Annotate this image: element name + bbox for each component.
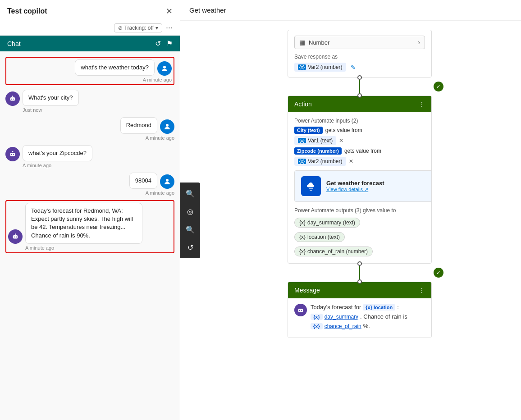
more-options-button[interactable]: ···	[166, 23, 173, 32]
message-line-3: {x} chance_of_rain %.	[311, 323, 407, 329]
message-row-3: Redmond A minute ago	[5, 117, 174, 140]
right-header: Get weather	[180, 0, 521, 21]
number-node-card: ▦ Number › Save response as {x} Var2 (nu…	[288, 30, 432, 78]
bubble-4: what's your Zipcocde?	[23, 145, 92, 161]
weather-block-title: Get weather forecast	[326, 180, 432, 187]
location-badge: {x} location (text)	[294, 232, 345, 242]
weather-block-text: Get weather forecast View flow details ↗	[326, 180, 432, 192]
var2-remove-button[interactable]: ✕	[349, 158, 353, 164]
city-badge: City (text)	[294, 127, 323, 134]
message-line-2: {x} day_summary . Chance of rain is	[311, 313, 407, 320]
user-avatar-3	[160, 119, 174, 134]
msg-time-2: Just now	[23, 107, 42, 113]
message-row-1: what's the weather today? A minute ago	[5, 57, 174, 85]
msg-inner-6: Today's forecast for Redmond, WA: Expect…	[8, 203, 142, 244]
user-avatar-1	[157, 61, 172, 76]
output-1-label: location (text)	[307, 234, 340, 240]
tracking-toggle[interactable]: ⊘ Tracking: off ▾	[114, 23, 162, 32]
bubble-5: 98004	[129, 173, 157, 189]
inputs-label: Power Automate inputs (2)	[294, 118, 425, 124]
message-bot-avatar	[294, 304, 307, 316]
zoom-in-button[interactable]: 🔍	[182, 185, 198, 201]
connector-1: ✓	[288, 78, 432, 96]
number-node-inner: ▦ Number › Save response as {x} Var2 (nu…	[288, 30, 431, 77]
msg-time-4: A minute ago	[23, 163, 51, 168]
close-button[interactable]: ✕	[166, 6, 173, 16]
output-0-label: day_summary (text)	[307, 219, 355, 226]
reset-zoom-button[interactable]: ↺	[182, 239, 198, 256]
connector-line-1	[359, 78, 360, 96]
action-node-menu[interactable]: ⋮	[419, 100, 425, 108]
msg-line1-pre: Today's forecast for	[311, 304, 361, 310]
msg-text-4: what's your Zipcocde?	[28, 150, 87, 156]
var1-remove-button[interactable]: ✕	[339, 137, 343, 144]
msg-text-6: Today's forecast for Redmond, WA: Expect…	[31, 207, 133, 239]
flag-icon[interactable]: ⚑	[166, 39, 173, 48]
svg-point-0	[163, 66, 166, 68]
bot-avatar-2	[5, 91, 20, 106]
bot-avatar-6	[8, 229, 23, 244]
msg-time-5: A minute ago	[146, 190, 174, 196]
canvas-area: 🔍 ◎ 🔍 ↺ ▦ Number ›	[180, 21, 521, 420]
rain-var-icon: {x}	[299, 248, 306, 255]
var-icon: {x}	[298, 64, 306, 70]
message-node-card: Message ⋮ Today's forecast for {x} locat…	[288, 282, 432, 338]
save-response-row: {x} Var2 (number) ✎	[294, 63, 425, 72]
zoom-out-button[interactable]: 🔍	[182, 221, 198, 237]
view-flow-link[interactable]: View flow details ↗	[326, 187, 432, 192]
edit-icon[interactable]: ✎	[351, 64, 356, 71]
refresh-icon[interactable]: ↺	[155, 39, 161, 48]
location-inline-var: {x} location	[363, 304, 395, 310]
weather-block: Get weather forecast View flow details ↗	[294, 170, 432, 202]
message-row-6: Today's forecast for Redmond, WA: Expect…	[5, 200, 174, 253]
msg-inner-3: Redmond	[120, 117, 174, 133]
city-gets-value: gets value from	[325, 127, 362, 133]
ds-var-icon: {x}	[299, 219, 306, 226]
chance-of-rain-underline: chance_of_rain	[324, 323, 361, 329]
message-line-1: Today's forecast for {x} location :	[311, 304, 407, 310]
bubble-1: what's the weather today?	[75, 59, 155, 76]
message-row-5: 98004 A minute ago	[5, 173, 174, 196]
action-node-inner: Power Automate inputs (2) City (text) ge…	[288, 112, 431, 263]
msg-inner-5: 98004	[129, 173, 174, 189]
svg-point-12	[14, 236, 15, 237]
input-row-city: City (text) gets value from	[294, 127, 425, 134]
grid-icon: ▦	[299, 39, 305, 46]
var2-input-label: Var2 (number)	[308, 158, 342, 164]
message-content: Today's forecast for {x} location : {x} …	[311, 304, 407, 332]
chat-tab-bar: Chat ↺ ⚑	[0, 36, 180, 51]
var1-label: Var1 (text)	[308, 137, 333, 144]
msg-text-2: What's your city?	[28, 94, 73, 101]
right-panel: Get weather 🔍 ◎ 🔍 ↺ ▦ Number	[180, 0, 521, 420]
var2-label: Var2 (number)	[308, 64, 342, 70]
tracking-label: Tracking: off	[124, 25, 154, 31]
connector-2: ✓	[288, 264, 432, 282]
crosshair-button[interactable]: ◎	[182, 203, 198, 219]
svg-rect-15	[298, 309, 303, 312]
output-badge-2: {x} chance_of_rain (number)	[294, 245, 425, 258]
connector-dot-bottom-2	[357, 279, 362, 284]
output-badge-0: {x} day_summary (text)	[294, 216, 425, 229]
left-header: Test copilot ✕	[0, 0, 180, 20]
msg-inner-1: what's the weather today?	[75, 59, 172, 76]
var-icon-1: {x}	[298, 138, 306, 143]
day-summary-badge: {x} day_summary (text)	[294, 218, 360, 228]
message-node-header: Message ⋮	[288, 282, 431, 298]
rain-badge: {x} chance_of_rain (number)	[294, 247, 373, 256]
svg-point-8	[13, 154, 14, 155]
message-node-menu[interactable]: ⋮	[419, 287, 425, 294]
svg-point-16	[299, 310, 300, 311]
flow-content: ▦ Number › Save response as {x} Var2 (nu…	[180, 21, 521, 420]
msg-line1-post: :	[397, 304, 399, 310]
day-summary-inline-var: {x}	[311, 314, 323, 320]
message-preview: Today's forecast for {x} location : {x} …	[294, 304, 425, 332]
svg-point-14	[15, 233, 16, 234]
chevron-right-icon: ›	[418, 39, 420, 46]
msg-line2-mid: . Chance of rain is	[360, 313, 407, 320]
svg-rect-11	[13, 235, 18, 239]
var-icon-2: {x}	[298, 159, 306, 164]
connector-dot-top	[357, 75, 362, 80]
output-2-label: chance_of_rain (number)	[307, 248, 368, 255]
var2-input-badge: {x} Var2 (number)	[294, 157, 346, 166]
page-title: Test copilot	[7, 7, 47, 15]
